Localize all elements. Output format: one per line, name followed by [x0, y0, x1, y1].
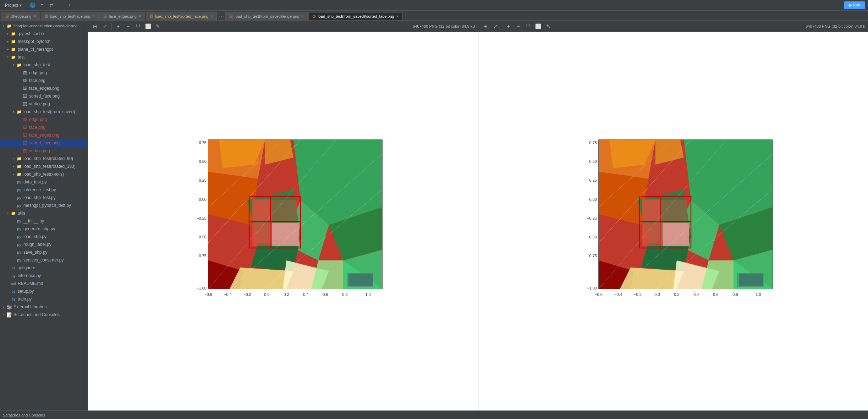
sidebar-item-vertices-converter[interactable]: ▸ py vertices_converter.py	[0, 256, 88, 264]
tab-sorted-face-close[interactable]: ✕	[210, 14, 213, 18]
fit-icon-left[interactable]: 1:1	[134, 22, 142, 31]
sidebar-item-fs-face-edges[interactable]: ▸ 🖼 face_edges.png	[0, 131, 88, 139]
sidebar-item-pytest[interactable]: ▸ 📁 .pytest_cache	[0, 30, 88, 38]
sidebar: ▾ 📁 floorplan-reconsturtion-based-plane-…	[0, 21, 88, 410]
expand-icon-right[interactable]: ⤢	[491, 22, 500, 31]
sidebar-item-fs-face[interactable]: ▸ 🖼 face.png	[0, 123, 88, 131]
sidebar-item-test[interactable]: ▾ 📁 test	[0, 53, 88, 61]
grid-icon-left[interactable]: ⊞	[91, 22, 99, 31]
sidebar-item-init[interactable]: ▸ py __init__.py	[0, 217, 88, 225]
sidebar-item-rotated90[interactable]: ▸ 📁 load_shp_test(rotated_90)	[0, 155, 88, 162]
edge-png-icon: 🖼	[22, 70, 28, 76]
setup-py-label: setup.py	[18, 289, 34, 294]
zoom-in-icon-right[interactable]: +	[504, 22, 513, 31]
sidebar-item-external-libs[interactable]: ▸ 📚 External Libraries	[0, 303, 88, 311]
project-menu[interactable]: Project ▾	[3, 2, 24, 9]
separator-left	[111, 23, 112, 30]
sidebar-item-face[interactable]: ▸ 🖼 face.png	[0, 77, 88, 84]
icon-add[interactable]: +	[66, 1, 73, 9]
load-shp-py-label: load_shp.py	[23, 234, 46, 239]
sidebar-item-vertice[interactable]: ▸ 🖼 vertice.png	[0, 100, 88, 108]
edit-icon-left[interactable]: ✎	[154, 22, 162, 31]
tab-from-saved-edge[interactable]: 🖼 load_shp_test(from_saved)\edge.png ✕	[225, 12, 308, 20]
tab-from-saved-edge-close[interactable]: ✕	[301, 14, 304, 18]
sidebar-item-generate-shp[interactable]: ▸ py generate_shp.py	[0, 225, 88, 233]
grid-icon-right[interactable]: ⊞	[481, 22, 490, 31]
sidebar-item-utils[interactable]: ▾ 📁 utils	[0, 209, 88, 217]
tab-edge[interactable]: 🖼 d)\edge.png ✕	[1, 12, 40, 20]
sidebar-item-from-saved[interactable]: ▾ 📁 load_shp_test(from_saved)	[0, 108, 88, 116]
sidebar-item-scratches[interactable]: ▸ 📝 Scratches and Consoles	[0, 311, 88, 319]
tab-sorted-face[interactable]: 🖼 load_shp_test\sorted_face.png ✕	[146, 12, 217, 20]
init-icon: py	[16, 218, 22, 224]
save-shp-label: save_shp.py	[23, 250, 47, 255]
tab-from-saved-sorted[interactable]: 🖼 load_shp_test(from_saved)\sorted_face.…	[308, 12, 402, 20]
sidebar-item-meshgpt[interactable]: ▸ 📁 meshgpt_pytorch	[0, 38, 88, 45]
tab-face-edges-close[interactable]: ✕	[138, 14, 141, 18]
icon-list[interactable]: ≡	[38, 1, 46, 9]
zoom-in-icon-left[interactable]: +	[114, 22, 122, 31]
svg-text:0.50: 0.50	[199, 159, 207, 164]
frame-icon-right[interactable]: ⬜	[534, 22, 543, 31]
run-button[interactable]: ▶ Run	[844, 1, 865, 9]
sidebar-item-rough-label[interactable]: ▸ py rough_label.py	[0, 241, 88, 248]
edit-icon-right[interactable]: ✎	[544, 22, 553, 31]
fs-face-edges-label: face_edges.png	[29, 133, 59, 138]
sidebar-item-inference-test[interactable]: ▸ py inference_test.py	[0, 186, 88, 194]
icon-minus[interactable]: −	[56, 1, 64, 9]
sidebar-item-data-test[interactable]: ▸ py data_test.py	[0, 178, 88, 186]
tab-face-close[interactable]: ✕	[92, 14, 95, 18]
data-test-icon: py	[16, 179, 22, 185]
sidebar-item-gitignore[interactable]: ▸ ⚙ .gitignore	[0, 264, 88, 272]
frame-icon-left[interactable]: ⬜	[144, 22, 152, 31]
inference-py-icon: py	[11, 273, 16, 279]
scratches-bottom-label: Scratches and Consoles	[3, 413, 45, 417]
svg-text:0.0: 0.0	[654, 292, 660, 297]
meshgpt-pytorch-test-label: meshgpt_pytorch_test.py	[23, 203, 71, 208]
svg-text:0.25: 0.25	[589, 178, 597, 182]
sidebar-item-sorted-face[interactable]: ▸ 🖼 sorted_face.png	[0, 92, 88, 100]
icon-globe[interactable]: 🌐	[29, 1, 37, 9]
zoom-out-icon-left[interactable]: −	[124, 22, 132, 31]
from-saved-arrow: ▾	[11, 110, 16, 114]
sidebar-item-rotated180[interactable]: ▸ 📁 load_shp_test(rotated_180)	[0, 162, 88, 170]
meshgpt-pytorch-test-icon: py	[16, 203, 22, 208]
sidebar-item-fs-vertice[interactable]: ▸ 🖼 vertice.png	[0, 147, 88, 155]
rough-label-label: rough_label.py	[23, 242, 51, 247]
load-shp-test-py-icon: py	[16, 195, 22, 200]
sidebar-item-setup-py[interactable]: ▸ py setup.py	[0, 287, 88, 295]
sidebar-item-fs-sorted-face[interactable]: ▸ 🖼 sorted_face.png	[0, 139, 88, 147]
tab-face-edges[interactable]: 🖼 face_edges.png ✕	[99, 12, 145, 20]
sidebar-item-plane[interactable]: ▸ 📁 plane_tri_meshgpt	[0, 45, 88, 53]
tab-from-saved-sorted-close[interactable]: ✕	[396, 15, 399, 18]
vertices-converter-label: vertices_converter.py	[23, 258, 64, 263]
fit-icon-right[interactable]: 1:1	[524, 22, 533, 31]
sidebar-item-load-shp-py[interactable]: ▸ py load_shp.py	[0, 233, 88, 241]
sidebar-item-fs-edge[interactable]: ▸ 🖼 edge.png	[0, 116, 88, 123]
zoom-out-icon-right[interactable]: −	[514, 22, 523, 31]
tab-edge-close[interactable]: ✕	[33, 14, 36, 18]
tab-face[interactable]: 🖼 load_shp_test\face.png ✕	[41, 12, 99, 20]
sidebar-item-inference-py[interactable]: ▸ py inference.py	[0, 272, 88, 280]
sidebar-item-load-shp-test-py[interactable]: ▸ py load_shp_test.py	[0, 194, 88, 202]
tab-edge-icon: 🖼	[5, 14, 9, 18]
sidebar-item-save-shp[interactable]: ▸ py save_shp.py	[0, 248, 88, 256]
bottom-bar: Scratches and Consoles	[0, 410, 868, 419]
sidebar-item-readme[interactable]: ▸ md README.md	[0, 280, 88, 287]
expand-icon-left[interactable]: ⤢	[101, 22, 109, 31]
sidebar-item-train-py[interactable]: ▸ py train.py	[0, 295, 88, 303]
sidebar-item-load-shp[interactable]: ▾ 📁 load_shp_test	[0, 61, 88, 69]
face-edges-label: face_edges.png	[29, 86, 59, 91]
svg-text:−0.4: −0.4	[614, 292, 622, 297]
face-label: face.png	[29, 78, 45, 83]
setup-py-icon: py	[11, 288, 16, 294]
sidebar-item-meshgpt-pytorch-test[interactable]: ▸ py meshgpt_pytorch_test.py	[0, 202, 88, 209]
sidebar-item-root[interactable]: ▾ 📁 floorplan-reconsturtion-based-plane-…	[0, 22, 88, 30]
icon-swap[interactable]: ⇄	[47, 1, 55, 9]
tab-face-icon: 🖼	[45, 14, 48, 18]
sidebar-item-face-edges[interactable]: ▸ 🖼 face_edges.png	[0, 84, 88, 92]
sidebar-item-edge[interactable]: ▸ 🖼 edge.png	[0, 69, 88, 77]
tab-more[interactable]: ⋯	[218, 12, 225, 20]
svg-text:−0.50: −0.50	[587, 235, 597, 239]
sidebar-item-xaxis[interactable]: ▸ 📁 load_shp_test(x-axis)	[0, 170, 88, 178]
